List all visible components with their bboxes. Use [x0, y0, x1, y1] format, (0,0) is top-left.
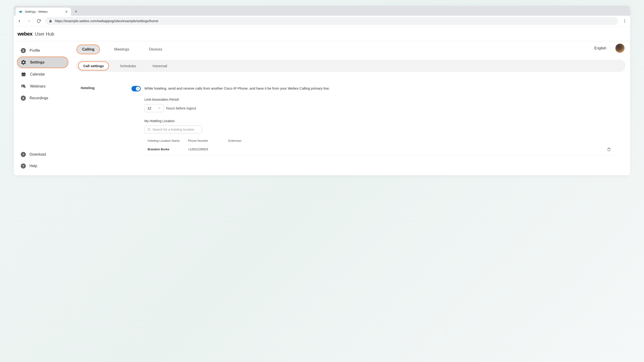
download-icon	[21, 152, 26, 157]
svg-point-14	[22, 97, 24, 99]
sidebar-item-label: Help	[30, 164, 37, 168]
top-right-controls: English	[594, 44, 624, 53]
hub-label: User Hub	[35, 32, 54, 37]
col-header-extension: Extension	[228, 139, 269, 142]
new-tab-button[interactable]: +	[71, 8, 81, 16]
trash-icon[interactable]	[607, 148, 611, 151]
svg-rect-8	[22, 72, 23, 73]
location-table-header: Hoteling Location Name Phone Number Exte…	[144, 138, 621, 145]
webinar-icon	[21, 84, 26, 89]
brand-logo: webex	[18, 31, 32, 37]
limit-hours-select[interactable]: 12	[144, 104, 164, 112]
main-layout: Profile Settings Calendar	[14, 41, 630, 175]
section-title-hoteling: Hoteling	[81, 86, 132, 155]
search-input[interactable]	[152, 128, 199, 131]
help-icon: ?	[21, 163, 26, 169]
chevron-down-icon	[158, 106, 161, 110]
settings-panel: Hoteling While hoteling, send and receiv…	[76, 79, 626, 162]
sidebar-item-label: Webinars	[30, 84, 46, 88]
svg-point-5	[23, 50, 24, 51]
svg-rect-7	[22, 73, 26, 74]
cell-location-name: Brandon Burke	[148, 148, 188, 151]
sidebar-item-settings[interactable]: Settings	[17, 57, 68, 68]
svg-point-1	[20, 11, 22, 13]
svg-point-13	[24, 87, 25, 87]
calendar-icon	[21, 72, 26, 77]
sidebar-item-download[interactable]: Download	[17, 149, 68, 160]
browser-menu-button[interactable]	[622, 18, 628, 24]
hoteling-location-search[interactable]	[144, 126, 202, 133]
sidebar-item-calendar[interactable]: Calendar	[17, 69, 68, 80]
sidebar-item-label: Profile	[30, 49, 40, 53]
person-icon	[21, 48, 26, 53]
app-header: webex User Hub	[14, 26, 630, 41]
sidebar-item-label: Settings	[30, 60, 44, 64]
content-area: English Calling Meetings Devices Call se…	[72, 41, 630, 175]
svg-point-4	[624, 22, 625, 23]
sidebar: Profile Settings Calendar	[14, 41, 72, 175]
back-button[interactable]	[16, 18, 22, 24]
limit-association-label: Limit Association Period	[144, 98, 621, 101]
toggle-knob	[136, 87, 140, 91]
sidebar-item-help[interactable]: ? Help	[17, 160, 68, 172]
svg-point-3	[624, 21, 625, 21]
browser-tab[interactable]: Settings - Webex ✕	[16, 8, 71, 16]
record-icon	[21, 96, 26, 101]
sidebar-item-recordings[interactable]: Recordings	[17, 93, 68, 104]
search-icon	[148, 128, 150, 131]
tab-meetings[interactable]: Meetings	[109, 45, 135, 54]
browser-toolbar: https://example.webex.com/webappng/sites…	[14, 16, 630, 26]
sidebar-item-label: Calendar	[30, 72, 45, 76]
svg-point-11	[22, 85, 23, 86]
col-header-name: Hoteling Location Name	[148, 139, 188, 142]
svg-point-15	[148, 128, 150, 130]
subtab-voicemail[interactable]: Voicemail	[147, 61, 172, 70]
browser-tab-bar: Settings - Webex ✕ +	[14, 6, 630, 16]
lock-icon	[49, 20, 52, 23]
avatar[interactable]	[616, 44, 624, 53]
tab-devices[interactable]: Devices	[144, 45, 168, 54]
col-header-phone: Phone Number	[188, 139, 228, 142]
subtab-call-settings[interactable]: Call settings	[78, 61, 109, 70]
limit-suffix-label: hours before logout	[166, 106, 196, 110]
secondary-tabs: Call settings Schedules Voicemail	[76, 60, 626, 72]
sidebar-item-profile[interactable]: Profile	[17, 45, 68, 56]
browser-tab-title: Settings - Webex	[25, 10, 63, 14]
hoteling-location-label: My Hoteling Location	[144, 119, 621, 123]
url-text: https://example.webex.com/webappng/sites…	[55, 19, 158, 23]
svg-point-2	[624, 20, 625, 20]
forward-button[interactable]	[26, 18, 32, 24]
gear-icon	[21, 60, 26, 65]
sidebar-item-label: Download	[30, 152, 46, 157]
select-value: 12	[148, 106, 151, 110]
close-icon[interactable]: ✕	[65, 10, 68, 14]
language-selector[interactable]: English	[594, 46, 611, 50]
location-table-row: Brandon Burke +12021235923	[144, 145, 621, 155]
primary-tabs: Calling Meetings Devices	[76, 45, 626, 54]
svg-rect-9	[24, 72, 25, 73]
subtab-schedules[interactable]: Schedules	[115, 61, 141, 70]
hoteling-toggle[interactable]	[132, 86, 141, 91]
svg-line-16	[150, 130, 150, 131]
sidebar-item-webinars[interactable]: Webinars	[17, 81, 68, 92]
url-bar[interactable]: https://example.webex.com/webappng/sites…	[45, 17, 618, 25]
cell-phone-number: +12021235923	[188, 148, 228, 151]
sidebar-item-label: Recordings	[30, 96, 48, 100]
tab-calling[interactable]: Calling	[76, 45, 100, 54]
browser-window: Settings - Webex ✕ + https://example.web…	[14, 6, 630, 175]
reload-button[interactable]	[36, 18, 42, 24]
webex-favicon-icon	[19, 10, 22, 14]
hoteling-description: While hoteling, send and receive calls f…	[144, 86, 621, 91]
